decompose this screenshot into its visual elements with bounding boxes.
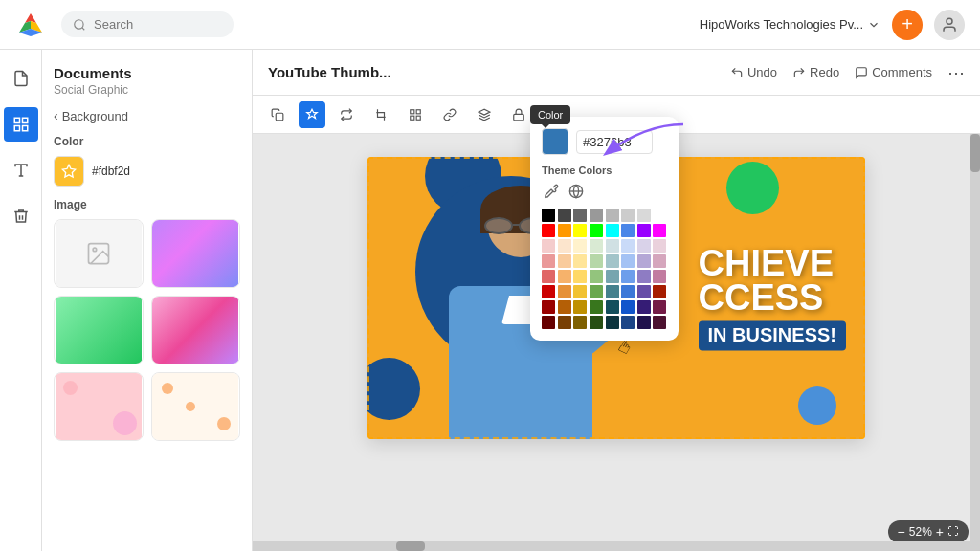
layers-button[interactable]	[471, 101, 498, 128]
undo-button[interactable]: Undo	[730, 65, 777, 79]
color-cell[interactable]	[542, 239, 555, 253]
color-cell[interactable]	[653, 224, 666, 237]
color-cell[interactable]	[606, 285, 619, 298]
color-cell[interactable]	[558, 316, 571, 329]
image-thumb-placeholder[interactable]	[54, 219, 144, 288]
vertical-scrollbar[interactable]	[970, 134, 980, 551]
color-cell[interactable]	[653, 285, 666, 298]
color-cell[interactable]	[558, 270, 571, 283]
color-cell[interactable]	[621, 209, 635, 222]
color-cell[interactable]	[573, 209, 587, 222]
color-cell[interactable]	[573, 270, 587, 283]
color-cell[interactable]	[573, 285, 587, 298]
color-cell[interactable]	[653, 300, 666, 314]
eyedropper-icon[interactable]	[542, 182, 561, 201]
color-cell[interactable]	[653, 239, 666, 253]
color-cell[interactable]	[606, 239, 619, 253]
file-icon-btn[interactable]	[4, 61, 38, 96]
lock-button[interactable]	[505, 101, 532, 128]
color-cell[interactable]	[558, 224, 571, 237]
fit-to-screen-button[interactable]	[947, 524, 959, 540]
color-hex-input[interactable]	[576, 130, 653, 154]
color-cell[interactable]	[542, 285, 555, 298]
vertical-scroll-thumb[interactable]	[970, 134, 980, 172]
color-cell[interactable]	[558, 239, 571, 253]
search-input[interactable]	[94, 17, 209, 32]
color-cell[interactable]	[606, 224, 619, 237]
color-cell[interactable]	[558, 254, 571, 268]
color-cell[interactable]	[590, 239, 603, 253]
color-cell[interactable]	[637, 254, 651, 268]
text-icon-btn[interactable]	[4, 153, 38, 187]
color-cell[interactable]	[637, 285, 651, 298]
zoom-out-button[interactable]: −	[898, 524, 905, 540]
color-cell[interactable]	[637, 209, 651, 222]
color-cell[interactable]	[653, 209, 666, 222]
trash-icon-btn[interactable]	[4, 199, 38, 233]
color-cell[interactable]	[573, 254, 587, 268]
color-cell[interactable]	[573, 224, 587, 237]
color-cell[interactable]	[621, 224, 635, 237]
redo-button[interactable]: Redo	[792, 65, 839, 79]
color-cell[interactable]	[590, 224, 603, 237]
color-cell[interactable]	[637, 270, 651, 283]
flip-button[interactable]	[333, 101, 360, 128]
crop-button[interactable]	[368, 101, 394, 128]
color-cell[interactable]	[590, 300, 603, 314]
color-cell[interactable]	[653, 316, 666, 329]
color-cell[interactable]	[637, 224, 651, 237]
color-cell[interactable]	[542, 270, 555, 283]
horizontal-scroll-thumb[interactable]	[396, 541, 425, 551]
link-button[interactable]	[436, 101, 463, 128]
color-cell[interactable]	[542, 254, 555, 268]
color-cell[interactable]	[621, 285, 635, 298]
color-cell[interactable]	[621, 316, 635, 329]
custom-color-icon[interactable]	[567, 182, 586, 201]
company-name[interactable]: HipoWorks Technologies Pv...	[700, 17, 880, 32]
color-cell[interactable]	[542, 300, 555, 314]
search-bar[interactable]	[61, 11, 234, 37]
color-cell[interactable]	[590, 285, 603, 298]
color-fill-button[interactable]	[299, 101, 325, 128]
color-cell[interactable]	[653, 254, 666, 268]
color-cell[interactable]	[573, 300, 587, 314]
image-thumb-gradient3[interactable]	[151, 296, 241, 364]
color-cell[interactable]	[621, 239, 635, 253]
color-cell[interactable]	[653, 270, 666, 283]
color-cell[interactable]	[573, 239, 587, 253]
add-button[interactable]: +	[892, 10, 923, 40]
color-cell[interactable]	[542, 224, 555, 237]
zoom-in-button[interactable]: +	[936, 524, 944, 540]
image-thumb-gradient2[interactable]	[54, 296, 144, 364]
color-cell[interactable]	[637, 300, 651, 314]
color-cell[interactable]	[558, 209, 571, 222]
color-cell[interactable]	[637, 316, 651, 329]
color-cell[interactable]	[542, 316, 555, 329]
color-cell[interactable]	[621, 300, 635, 314]
grid-button[interactable]	[402, 101, 429, 128]
color-cell[interactable]	[590, 316, 603, 329]
color-cell[interactable]	[590, 209, 603, 222]
color-cell[interactable]	[606, 254, 619, 268]
color-swatch[interactable]	[54, 156, 84, 187]
color-cell[interactable]	[558, 285, 571, 298]
color-cell[interactable]	[590, 254, 603, 268]
image-thumb-pattern1[interactable]	[54, 372, 144, 441]
color-cell[interactable]	[621, 254, 635, 268]
color-cell[interactable]	[606, 316, 619, 329]
user-avatar[interactable]	[934, 10, 965, 40]
color-preview-box[interactable]	[542, 128, 568, 155]
image-thumb-gradient1[interactable]	[151, 219, 241, 288]
comments-button[interactable]: Comments	[855, 65, 932, 79]
image-thumb-pattern2[interactable]	[151, 372, 241, 441]
color-cell[interactable]	[621, 270, 635, 283]
horizontal-scrollbar[interactable]	[253, 541, 970, 551]
more-options-button[interactable]: ⋯	[947, 62, 965, 83]
color-cell[interactable]	[558, 300, 571, 314]
color-cell[interactable]	[590, 270, 603, 283]
color-cell[interactable]	[573, 316, 587, 329]
color-cell[interactable]	[606, 209, 619, 222]
color-cell[interactable]	[606, 270, 619, 283]
copy-button[interactable]	[264, 101, 291, 128]
layout-icon-btn[interactable]	[4, 107, 38, 142]
